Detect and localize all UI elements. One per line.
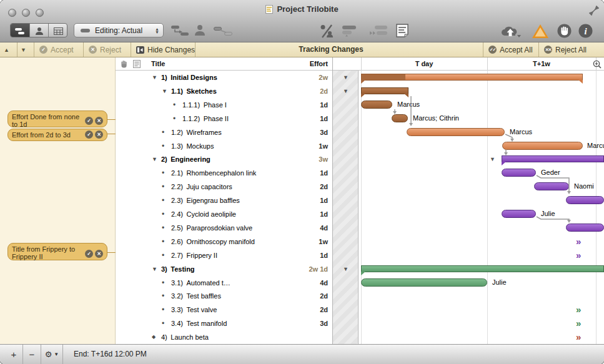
bar-mockups[interactable] bbox=[502, 142, 583, 150]
offscreen-ornithoscopy-manifold-chevron-icon[interactable]: » bbox=[576, 237, 580, 246]
action-gear-button[interactable]: ⚙▼ bbox=[41, 345, 62, 364]
bar-cycloid-aeolipile[interactable] bbox=[502, 210, 536, 218]
calendar-view-button[interactable] bbox=[49, 24, 67, 37]
table-row[interactable]: •2.1) Rhombencephalon link1d bbox=[116, 166, 332, 180]
task-title[interactable]: 3.2) Test baffles bbox=[171, 289, 221, 303]
task-title[interactable]: 2.6) Ornithoscopy manifold bbox=[171, 235, 255, 248]
task-title[interactable]: 3.1) Automated t… bbox=[171, 276, 230, 290]
accept-change-button[interactable]: ✓ bbox=[85, 250, 93, 258]
bar-eigengrau-baffles[interactable] bbox=[566, 196, 604, 204]
task-title[interactable]: 3.4) Test manifold bbox=[171, 317, 227, 330]
task-title[interactable]: 3) Testing bbox=[161, 262, 195, 276]
offscreen-frippery-ii-chevron-icon[interactable]: » bbox=[576, 251, 580, 260]
table-row[interactable]: •1.2) Wireframes3d bbox=[116, 125, 332, 139]
table-row[interactable]: •1.1.2) Phase II1d bbox=[116, 112, 332, 125]
assignments-percent-icon[interactable] bbox=[320, 24, 334, 38]
disclosure-triangle-icon[interactable]: ▼ bbox=[152, 71, 157, 84]
task-effort[interactable]: 1d bbox=[320, 166, 328, 180]
task-title[interactable]: 2) Engineering bbox=[161, 152, 210, 166]
zoom-timeline-icon[interactable] bbox=[593, 60, 602, 69]
reject-all-button[interactable]: ✕✕ Reject All bbox=[544, 42, 587, 57]
offscreen-test-valve-chevron-icon[interactable]: » bbox=[576, 305, 580, 314]
task-title[interactable]: 2.4) Cycloid aeolipile bbox=[171, 207, 236, 221]
task-effort[interactable]: 2d bbox=[320, 180, 328, 194]
reject-change-button[interactable]: ✕ bbox=[95, 250, 103, 258]
stop-hand-icon[interactable] bbox=[557, 24, 572, 38]
inspector-info-icon[interactable]: i bbox=[578, 24, 593, 38]
table-row[interactable]: •1.1.1) Phase I1d bbox=[116, 98, 332, 112]
accept-change-button[interactable]: ✓ bbox=[85, 130, 93, 139]
table-row[interactable]: •2.2) Juju capacitors2d bbox=[116, 180, 332, 194]
task-title[interactable]: 2.3) Eigengrau baffles bbox=[171, 194, 240, 207]
change-note[interactable]: Effort from 2d to 3d✓✕ bbox=[7, 129, 107, 141]
bar-testing[interactable] bbox=[361, 265, 604, 272]
effort-column-header[interactable]: Effort bbox=[310, 57, 328, 71]
hide-changes-button[interactable]: Hide Changes bbox=[136, 42, 195, 57]
gantt-view-button[interactable] bbox=[11, 24, 30, 37]
task-title[interactable]: 1.1) Sketches bbox=[171, 84, 217, 98]
next-change-button[interactable]: ▼ bbox=[21, 42, 26, 57]
task-effort[interactable]: 1w bbox=[319, 139, 328, 153]
accept-button[interactable]: ✓ Accept bbox=[39, 42, 74, 57]
bar-phase-i[interactable] bbox=[361, 101, 392, 109]
bar-juju-capacitors[interactable] bbox=[534, 182, 569, 190]
task-title[interactable]: 1) Initial Designs bbox=[161, 71, 217, 84]
task-title[interactable]: 1.1.1) Phase I bbox=[182, 98, 227, 112]
task-title[interactable]: 4) Launch beta bbox=[161, 330, 209, 344]
previous-change-button[interactable]: ▲ bbox=[4, 42, 9, 57]
disclosure-triangle-icon[interactable]: ▼ bbox=[162, 84, 167, 98]
notes-column-icon[interactable] bbox=[133, 60, 141, 68]
publish-cloud-icon[interactable] bbox=[500, 24, 522, 38]
task-effort[interactable]: 1d bbox=[320, 98, 328, 112]
table-row[interactable]: ◆4) Launch beta bbox=[116, 330, 332, 344]
task-effort[interactable]: 1d bbox=[320, 207, 328, 221]
bar-automated-tests[interactable] bbox=[361, 278, 487, 287]
group-tasks-icon[interactable] bbox=[171, 26, 190, 37]
violations-warning-icon[interactable] bbox=[532, 24, 548, 38]
task-title[interactable]: 2.5) Paraprosdokian valve bbox=[171, 221, 252, 235]
add-task-button[interactable]: + bbox=[5, 345, 22, 364]
reject-button[interactable]: ✕ Reject bbox=[89, 42, 121, 57]
task-effort[interactable]: 1d bbox=[320, 248, 328, 262]
task-effort[interactable]: 3w bbox=[319, 152, 328, 166]
offscreen-test-manifold-chevron-icon[interactable]: » bbox=[576, 319, 580, 328]
task-title[interactable]: 2.7) Frippery II bbox=[171, 248, 217, 262]
gutter-disclosure-icon[interactable]: ▼ bbox=[343, 267, 349, 272]
bar-phase-ii[interactable] bbox=[392, 114, 408, 122]
task-title[interactable]: 1.2) Wireframes bbox=[171, 125, 222, 139]
table-row[interactable]: •2.6) Ornithoscopy manifold1w bbox=[116, 235, 332, 248]
gantt-disclosure-icon[interactable]: ▼ bbox=[490, 157, 495, 162]
task-title[interactable]: 2.2) Juju capacitors bbox=[171, 180, 232, 194]
resource-view-button[interactable] bbox=[30, 24, 49, 37]
bar-initial-designs[interactable] bbox=[361, 74, 583, 81]
task-effort[interactable]: 1d bbox=[320, 112, 328, 125]
reject-change-button[interactable]: ✕ bbox=[95, 117, 103, 125]
table-row[interactable]: •2.4) Cycloid aeolipile1d bbox=[116, 207, 332, 221]
task-effort[interactable]: 2d bbox=[320, 289, 328, 303]
table-row[interactable]: ▼1.1) Sketches2d bbox=[116, 84, 332, 98]
task-effort[interactable]: 2d bbox=[320, 303, 328, 317]
task-effort[interactable]: 3d bbox=[320, 125, 328, 139]
timeline-col-t-day[interactable]: T day bbox=[361, 57, 487, 71]
bar-paraprosdokian-valve[interactable] bbox=[566, 224, 604, 232]
level-resources-icon[interactable] bbox=[342, 26, 360, 37]
table-row[interactable]: •1.3) Mockups1w bbox=[116, 139, 332, 153]
task-effort[interactable]: 4d bbox=[320, 276, 328, 290]
table-row[interactable]: •3.4) Test manifold3d bbox=[116, 317, 332, 330]
remove-task-button[interactable]: − bbox=[23, 345, 41, 364]
task-effort[interactable]: 2w 1d bbox=[309, 262, 328, 276]
task-effort[interactable]: 4d bbox=[320, 221, 328, 235]
task-title[interactable]: 3.3) Test valve bbox=[171, 303, 217, 317]
accept-all-button[interactable]: ✓✓ Accept All bbox=[488, 42, 533, 57]
table-row[interactable]: ▼3) Testing2w 1d bbox=[116, 262, 332, 276]
accept-change-button[interactable]: ✓ bbox=[85, 117, 93, 125]
table-row[interactable]: •2.7) Frippery II1d bbox=[116, 248, 332, 262]
notes-icon[interactable] bbox=[396, 24, 408, 37]
table-row[interactable]: •2.3) Eigengrau baffles1d bbox=[116, 194, 332, 207]
fullscreen-icon[interactable] bbox=[589, 6, 599, 16]
task-effort[interactable]: 2w bbox=[319, 71, 328, 84]
editing-mode-popup[interactable]: Editing: Actual ▲▼ bbox=[74, 23, 164, 37]
title-column-header[interactable]: Title bbox=[151, 57, 165, 71]
task-title[interactable]: 2.1) Rhombencephalon link bbox=[171, 166, 256, 180]
bar-wireframes[interactable] bbox=[407, 128, 505, 136]
